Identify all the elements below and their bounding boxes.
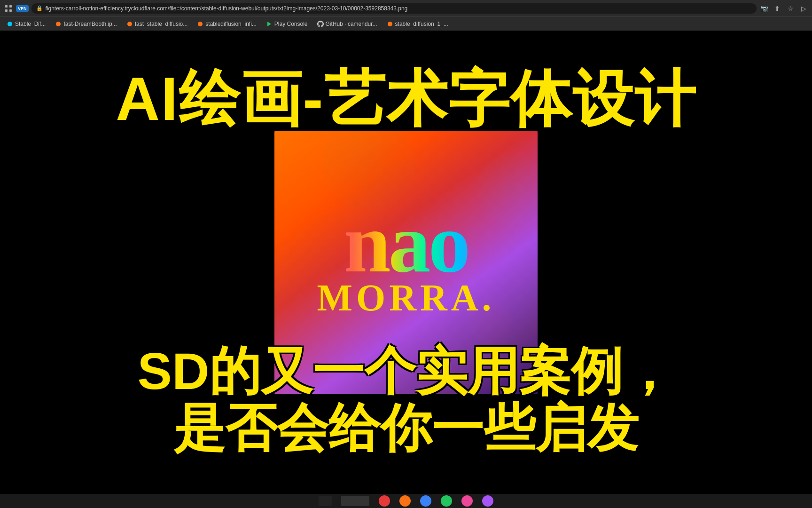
art-morra-text: MORRA. [317, 277, 495, 319]
main-title: AI绘画-艺术字体设计 [0, 68, 812, 129]
bookmark-label-stable-diffusion-1: stable_diffusion_1_... [395, 21, 448, 27]
bookmark-icon-stable-dif [7, 21, 13, 27]
bookmark-stablediffusion-infi[interactable]: stablediffusion_infi... [193, 19, 260, 29]
vpn-badge[interactable]: VPN [16, 5, 29, 12]
bookmark-fast-stable[interactable]: fast_stable_diffusio... [123, 19, 192, 29]
browser-actions: 📷 ⬆ ☆ ▷ [759, 4, 808, 13]
taskbar-item-3[interactable] [379, 495, 390, 507]
taskbar-item-1[interactable] [319, 496, 332, 506]
bookmark-fast-dreambooth[interactable]: fast-DreamBooth.ip... [51, 19, 120, 29]
forward-icon[interactable]: ▷ [799, 4, 808, 13]
share-icon[interactable]: ⬆ [773, 4, 782, 13]
bookmark-play-console[interactable]: Play Console [262, 19, 312, 29]
bookmark-label-stable-dif: Stable_Dif... [15, 21, 46, 27]
sub-title-line2: 是否会给你一些启发 [0, 399, 812, 456]
svg-rect-3 [9, 9, 12, 12]
svg-rect-0 [5, 5, 8, 8]
bookmark-label-play-console: Play Console [274, 21, 308, 27]
taskbar-item-6[interactable] [441, 495, 452, 507]
bookmark-label-fast-stable: fast_stable_diffusio... [135, 21, 188, 27]
taskbar-item-2[interactable] [341, 496, 369, 506]
bookmark-icon-github [317, 21, 324, 27]
address-bar[interactable]: 🔒 fighters-carroll-notion-efficiency.try… [31, 3, 757, 14]
bookmark-label-github: GitHub · camendur... [326, 21, 377, 27]
overlay-top-text: AI绘画-艺术字体设计 [0, 68, 812, 129]
main-content: AI绘画-艺术字体设计 nao MORRA. SD的又一个实用案例， 是否会给你… [0, 31, 812, 494]
url-text: fighters-carroll-notion-efficiency.trycl… [46, 5, 408, 12]
taskbar-item-4[interactable] [399, 495, 411, 507]
bookmark-stable-diffusion-1[interactable]: stable_diffusion_1_... [383, 19, 452, 29]
bookmark-icon-stablediffusion-infi [197, 21, 203, 27]
bookmark-icon-play-console [266, 21, 273, 27]
art-nao-text: nao [317, 205, 495, 281]
bookmark-icon-stable-diffusion-1 [387, 21, 393, 27]
taskbar-item-5[interactable] [420, 495, 431, 507]
art-nao-container: nao MORRA. [317, 205, 495, 319]
taskbar [0, 494, 812, 508]
taskbar-item-8[interactable] [482, 495, 493, 507]
bookmark-icon-fast-stable [126, 21, 133, 27]
apps-icon[interactable] [4, 4, 13, 13]
bookmarks-bar: Stable_Dif... fast-DreamBooth.ip... fast… [0, 16, 812, 31]
bookmark-label-stablediffusion-infi: stablediffusion_infi... [205, 21, 257, 27]
bookmark-github[interactable]: GitHub · camendur... [313, 19, 381, 29]
bookmark-icon[interactable]: ☆ [786, 4, 795, 13]
bookmark-stable-dif[interactable]: Stable_Dif... [3, 19, 49, 29]
bookmark-label-fast-dreambooth: fast-DreamBooth.ip... [63, 21, 117, 27]
sub-title-line1: SD的又一个实用案例， [0, 342, 812, 399]
svg-rect-2 [5, 9, 8, 12]
browser-controls: VPN [4, 4, 29, 13]
bookmark-icon-fast-dreambooth [55, 21, 62, 27]
browser-address-bar: VPN 🔒 fighters-carroll-notion-efficiency… [0, 0, 812, 16]
lock-icon: 🔒 [36, 5, 43, 11]
screenshot-icon[interactable]: 📷 [759, 4, 769, 13]
svg-rect-1 [9, 5, 12, 8]
taskbar-item-7[interactable] [461, 495, 473, 507]
overlay-bottom-text: SD的又一个实用案例， 是否会给你一些启发 [0, 342, 812, 456]
svg-marker-4 [267, 22, 271, 26]
